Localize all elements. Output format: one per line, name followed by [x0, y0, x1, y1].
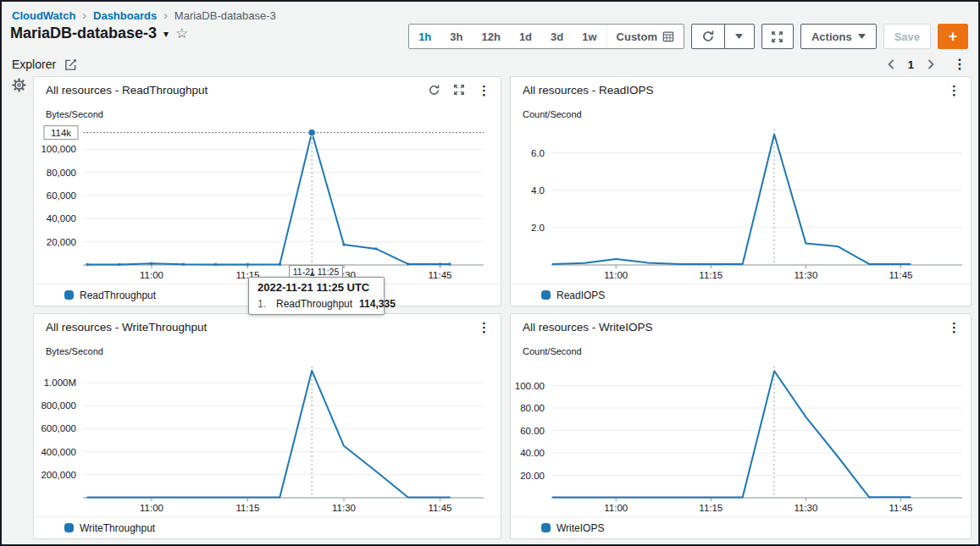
expand-icon — [771, 30, 783, 43]
chart-canvas[interactable]: 200,000400,000600,000800,0001.000M11:001… — [34, 360, 501, 516]
kebab-menu-icon[interactable]: ⋮ — [948, 84, 961, 97]
legend-marker — [64, 290, 74, 300]
range-1d[interactable]: 1d — [510, 25, 541, 48]
breadcrumb-current: MariaDB-database-3 — [174, 9, 276, 22]
refresh-icon[interactable] — [428, 84, 440, 97]
svg-text:60,000: 60,000 — [47, 190, 76, 201]
legend-marker — [541, 290, 551, 300]
fullscreen-button[interactable] — [761, 24, 794, 49]
svg-text:114k: 114k — [51, 128, 71, 138]
page-number: 1 — [908, 58, 914, 71]
svg-text:2.0: 2.0 — [531, 223, 545, 233]
explorer-row: Explorer — [12, 58, 77, 71]
pager-kebab-menu-icon[interactable]: ⋮ — [953, 58, 966, 71]
range-1h[interactable]: 1h — [409, 25, 440, 48]
chart-tooltip: 2022-11-21 11:25 UTC 1. ReadThroughput 1… — [248, 277, 385, 315]
chart-title: All resources - WriteThroughput — [46, 321, 207, 334]
legend-label: WriteThroughput — [80, 522, 155, 534]
legend-label: WriteIOPS — [556, 522, 604, 534]
chevron-right-icon[interactable] — [927, 59, 934, 69]
breadcrumb-separator-icon: › — [82, 8, 86, 22]
title-row: MariaDB-database-3 ▾ ☆ — [10, 25, 188, 42]
refresh-options-button[interactable] — [724, 24, 755, 49]
tooltip-series-value: 114,335 — [359, 298, 396, 310]
svg-text:11:00: 11:00 — [604, 270, 628, 280]
widget-pager: 1 ⋮ — [888, 58, 966, 71]
range-12h[interactable]: 12h — [472, 25, 509, 48]
svg-text:80.00: 80.00 — [520, 403, 545, 413]
svg-text:800,000: 800,000 — [41, 400, 76, 411]
chart-legend[interactable]: WriteThroughput — [34, 516, 501, 538]
svg-text:11:45: 11:45 — [429, 270, 452, 280]
svg-text:100.00: 100.00 — [515, 381, 545, 391]
actions-label: Actions — [811, 30, 852, 43]
svg-text:11:15: 11:15 — [699, 503, 723, 513]
title-dropdown-caret-icon[interactable]: ▾ — [163, 28, 169, 40]
svg-text:11:30: 11:30 — [794, 270, 817, 280]
svg-text:40.00: 40.00 — [520, 448, 545, 458]
kebab-menu-icon[interactable]: ⋮ — [478, 321, 490, 334]
range-1w[interactable]: 1w — [573, 25, 606, 48]
chart-canvas[interactable]: 2.04.06.011:0011:1511:3011:45 — [511, 123, 971, 284]
svg-text:60.00: 60.00 — [520, 426, 545, 436]
explorer-settings-gear-icon[interactable] — [12, 78, 26, 96]
svg-text:100,000: 100,000 — [41, 144, 76, 154]
y-axis-unit-label: Bytes/Second — [34, 102, 501, 123]
svg-text:6.0: 6.0 — [531, 148, 545, 158]
calendar-icon — [662, 30, 674, 42]
chevron-down-icon — [735, 34, 743, 39]
legend-label: ReadIOPS — [556, 290, 605, 301]
range-3d[interactable]: 3d — [541, 25, 573, 48]
svg-text:11:45: 11:45 — [429, 503, 452, 513]
y-axis-unit-label: Bytes/Second — [34, 339, 501, 360]
legend-marker — [64, 523, 74, 532]
chevron-left-icon[interactable] — [888, 59, 894, 69]
svg-text:1.000M: 1.000M — [44, 378, 76, 388]
chart-widget-readiops: All resources - ReadIOPS ⋮ Count/Second … — [510, 76, 972, 306]
svg-text:20.00: 20.00 — [520, 471, 545, 481]
tooltip-series-name: ReadThroughput — [276, 298, 352, 310]
range-3h[interactable]: 3h — [440, 25, 472, 48]
favorite-star-icon[interactable]: ☆ — [175, 26, 188, 41]
time-range-toolbar: 1h 3h 12h 1d 3d 1w Custom — [408, 24, 968, 49]
breadcrumb-separator-icon: › — [163, 8, 168, 22]
svg-text:600,000: 600,000 — [41, 423, 76, 433]
edit-icon[interactable] — [64, 58, 77, 71]
kebab-menu-icon[interactable]: ⋮ — [948, 321, 961, 334]
tooltip-timestamp: 2022-11-21 11:25 UTC — [249, 278, 384, 296]
range-custom[interactable]: Custom — [606, 25, 684, 48]
svg-text:11:15: 11:15 — [699, 270, 723, 280]
actions-button[interactable]: Actions — [800, 24, 877, 49]
chart-canvas[interactable]: 20.0040.0060.0080.00100.0011:0011:1511:3… — [511, 360, 971, 516]
breadcrumb-dashboards[interactable]: Dashboards — [93, 9, 157, 22]
cloudwatch-dashboard-page: CloudWatch › Dashboards › MariaDB-databa… — [0, 0, 980, 546]
chart-legend[interactable]: WriteIOPS — [511, 516, 971, 538]
chart-title: All resources - ReadIOPS — [523, 84, 654, 97]
svg-text:20,000: 20,000 — [47, 237, 76, 247]
refresh-button[interactable] — [691, 24, 725, 49]
svg-text:11:30: 11:30 — [794, 503, 817, 513]
add-widget-button[interactable]: + — [938, 24, 968, 49]
breadcrumb-cloudwatch[interactable]: CloudWatch — [12, 9, 75, 22]
svg-text:4.0: 4.0 — [531, 185, 545, 196]
explorer-label: Explorer — [12, 58, 56, 71]
chart-widget-readthroughput: All resources - ReadThroughput ⋮ Bytes/S… — [33, 76, 501, 306]
chart-title: All resources - WriteIOPS — [523, 321, 653, 334]
y-axis-unit-label: Count/Second — [511, 102, 971, 123]
chart-legend[interactable]: ReadIOPS — [511, 284, 971, 306]
svg-text:200,000: 200,000 — [41, 470, 76, 480]
legend-marker — [541, 523, 551, 532]
hover-timestamp-box: 11-21 11:25 — [289, 265, 343, 278]
chart-title: All resources - ReadThroughput — [46, 84, 208, 97]
expand-icon[interactable] — [453, 84, 465, 96]
legend-label: ReadThroughput — [80, 290, 156, 301]
svg-text:400,000: 400,000 — [41, 447, 76, 457]
chart-widget-writethroughput: All resources - WriteThroughput ⋮ Bytes/… — [33, 313, 501, 539]
chart-canvas[interactable]: 20,00040,00060,00080,000100,00011:0011:1… — [34, 123, 501, 284]
breadcrumb: CloudWatch › Dashboards › MariaDB-databa… — [12, 8, 276, 22]
save-button[interactable]: Save — [883, 24, 931, 49]
svg-text:11:45: 11:45 — [889, 503, 913, 513]
refresh-button-group — [691, 24, 755, 49]
kebab-menu-icon[interactable]: ⋮ — [478, 84, 490, 97]
time-range-group: 1h 3h 12h 1d 3d 1w Custom — [408, 24, 684, 49]
